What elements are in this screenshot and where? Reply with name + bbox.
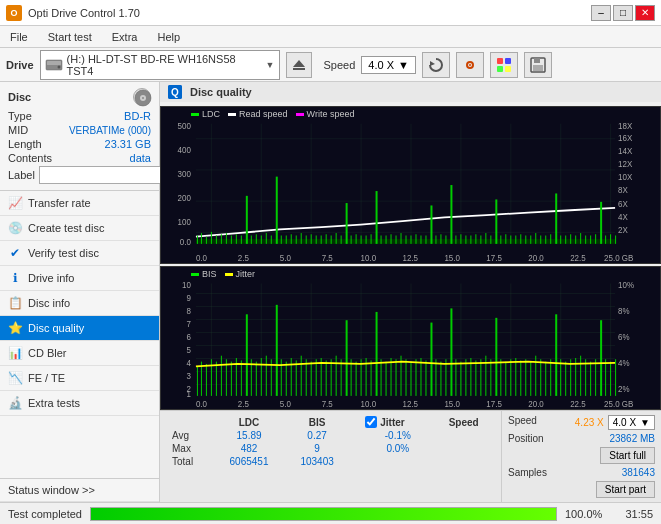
svg-rect-162: [206, 364, 207, 396]
svg-text:10%: 10%: [618, 280, 634, 291]
total-ldc: 6065451: [213, 455, 285, 468]
svg-rect-20: [196, 124, 615, 244]
speed-target-selector[interactable]: 4.0 X ▼: [608, 415, 655, 430]
menu-extra[interactable]: Extra: [106, 29, 144, 45]
svg-rect-172: [256, 362, 257, 396]
svg-rect-99: [450, 185, 452, 244]
svg-text:12.5: 12.5: [403, 252, 419, 263]
titlebar-controls[interactable]: – □ ✕: [591, 5, 655, 21]
sidebar-item-verify-test-disc[interactable]: ✔ Verify test disc: [0, 241, 159, 266]
svg-rect-167: [231, 362, 232, 396]
disc-section: Disc Type BD-R MID VERBATIMe (000) Leng: [0, 82, 159, 191]
svg-text:8%: 8%: [618, 306, 630, 317]
svg-rect-121: [560, 235, 561, 243]
sidebar-item-label: Extra tests: [28, 397, 80, 409]
svg-text:8: 8: [186, 306, 191, 317]
menu-start-test[interactable]: Start test: [42, 29, 98, 45]
svg-rect-78: [346, 203, 348, 244]
svg-rect-224: [515, 358, 516, 396]
total-empty: [349, 455, 361, 468]
svg-text:0.0: 0.0: [180, 236, 191, 247]
svg-text:18X: 18X: [618, 120, 632, 131]
avg-jitter: -0.1%: [361, 429, 434, 442]
drive-selector[interactable]: (H:) HL-DT-ST BD-RE WH16NS58 TST4 ▼: [40, 50, 280, 80]
svg-rect-89: [401, 233, 402, 244]
sidebar-item-extra-tests[interactable]: 🔬 Extra tests: [0, 391, 159, 416]
svg-rect-69: [301, 233, 302, 244]
menu-file[interactable]: File: [4, 29, 34, 45]
svg-rect-55: [231, 235, 232, 243]
sidebar-item-fe-te[interactable]: 📉 FE / TE: [0, 366, 159, 391]
svg-rect-229: [540, 359, 541, 396]
disc-label-input[interactable]: [39, 166, 172, 184]
svg-text:5: 5: [186, 345, 191, 356]
svg-rect-60: [256, 234, 257, 244]
disc-contents-row: Contents data: [8, 152, 151, 164]
svg-text:1: 1: [186, 389, 191, 400]
svg-text:7: 7: [186, 319, 191, 330]
sidebar-item-drive-info[interactable]: ℹ Drive info: [0, 266, 159, 291]
svg-rect-131: [610, 234, 611, 244]
drive-label: Drive: [6, 59, 34, 71]
svg-rect-181: [301, 356, 302, 396]
close-button[interactable]: ✕: [635, 5, 655, 21]
save-button[interactable]: [524, 52, 552, 78]
svg-rect-113: [520, 234, 521, 244]
sidebar-item-transfer-rate[interactable]: 📈 Transfer rate: [0, 191, 159, 216]
svg-text:25.0 GB: 25.0 GB: [604, 252, 633, 263]
minimize-button[interactable]: –: [591, 5, 611, 21]
svg-rect-203: [411, 362, 412, 396]
menubar: File Start test Extra Help: [0, 26, 661, 48]
sidebar-item-label: Transfer rate: [28, 197, 91, 209]
jitter-checkbox[interactable]: [365, 416, 377, 428]
svg-rect-71: [311, 234, 312, 244]
menu-help[interactable]: Help: [151, 29, 186, 45]
total-label: Total: [168, 455, 213, 468]
statusbar: Test completed 100.0% 31:55: [0, 502, 661, 524]
svg-rect-84: [376, 191, 378, 244]
refresh-button[interactable]: [422, 52, 450, 78]
svg-rect-190: [346, 320, 348, 396]
total-speed-empty: [434, 455, 493, 468]
svg-rect-67: [291, 234, 292, 244]
speed-dropdown-arrow-icon: ▼: [398, 59, 409, 71]
extra-tests-icon: 🔬: [8, 396, 22, 410]
settings-button[interactable]: [456, 52, 484, 78]
color-button[interactable]: [490, 52, 518, 78]
col-header-speed: Speed: [434, 415, 493, 429]
position-value: 23862 MB: [609, 433, 655, 444]
svg-rect-202: [406, 359, 407, 396]
drive-icon: [45, 56, 63, 74]
svg-rect-97: [440, 234, 441, 244]
start-part-button[interactable]: Start part: [596, 481, 655, 498]
svg-rect-125: [580, 233, 581, 244]
jitter-legend-item: Jitter: [225, 269, 256, 279]
svg-rect-170: [246, 314, 248, 396]
sidebar-item-disc-info[interactable]: 📋 Disc info: [0, 291, 159, 316]
status-window-item: Status window >>: [0, 478, 159, 502]
svg-text:14X: 14X: [618, 145, 632, 156]
sidebar-item-cd-bler[interactable]: 📊 CD Bler: [0, 341, 159, 366]
jitter-legend-dot: [225, 273, 233, 276]
eject-button[interactable]: [286, 52, 312, 78]
maximize-button[interactable]: □: [613, 5, 633, 21]
stats-panel: LDC BIS Jitter Speed: [160, 410, 661, 502]
svg-text:6: 6: [186, 332, 191, 343]
start-full-button[interactable]: Start full: [600, 447, 655, 464]
svg-rect-80: [356, 234, 357, 244]
sidebar-item-label: CD Bler: [28, 347, 67, 359]
svg-rect-103: [470, 235, 471, 243]
dropdown-arrow-icon: ▼: [266, 60, 275, 70]
quality-header-icon: Q: [168, 85, 182, 99]
sidebar-item-status-window[interactable]: Status window >>: [0, 479, 159, 502]
disc-label-label: Label: [8, 169, 35, 181]
svg-rect-106: [485, 233, 486, 244]
svg-rect-4: [293, 68, 305, 70]
speed-selector[interactable]: 4.0 X ▼: [361, 56, 416, 74]
elapsed-time: 31:55: [613, 508, 653, 520]
svg-rect-11: [505, 66, 511, 72]
sidebar-item-create-test-disc[interactable]: 💿 Create test disc: [0, 216, 159, 241]
sidebar-item-disc-quality[interactable]: ⭐ Disc quality: [0, 316, 159, 341]
svg-rect-75: [331, 235, 332, 243]
create-test-disc-icon: 💿: [8, 221, 22, 235]
